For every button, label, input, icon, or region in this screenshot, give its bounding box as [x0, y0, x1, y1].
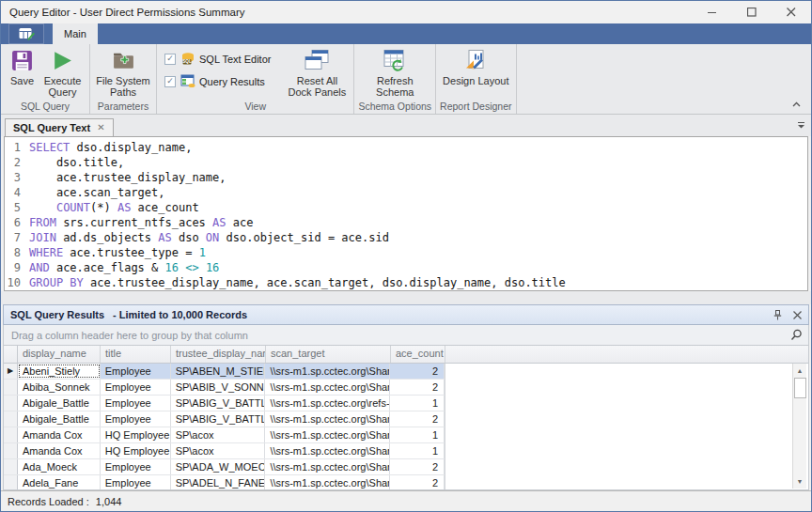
- cell-ace_count[interactable]: 2: [390, 364, 445, 379]
- scrollbar-thumb[interactable]: [794, 378, 806, 398]
- cell-title[interactable]: HQ Employee: [101, 443, 171, 458]
- cell-title[interactable]: Employee: [101, 396, 171, 411]
- query-results-checkbox[interactable]: ✓: [164, 76, 176, 87]
- sql-text-editor-checkbox-row[interactable]: ✓ SQL SQL Text Editor: [164, 49, 271, 69]
- cell-trustee_display_name[interactable]: SP\ABIB_V_SONNE757: [171, 380, 266, 395]
- cell-title[interactable]: Employee: [101, 475, 171, 490]
- code-line[interactable]: 5 COUNT(*) AS ace_count: [5, 200, 807, 215]
- cell-ace_count[interactable]: 1: [390, 396, 445, 411]
- cell-title[interactable]: Employee: [101, 364, 171, 379]
- close-button[interactable]: [772, 1, 811, 23]
- code-line[interactable]: 1SELECT dso.display_name,: [5, 140, 807, 155]
- search-icon[interactable]: [790, 329, 803, 341]
- scroll-down-button[interactable]: ▼: [794, 475, 806, 488]
- code-line[interactable]: 10GROUP BY ace.trustee_display_name, ace…: [5, 275, 807, 290]
- cell-scan_target[interactable]: \\srs-m1.sp.cctec.org\Shares: [265, 475, 390, 490]
- cell-title[interactable]: Employee: [101, 459, 171, 474]
- tab-main[interactable]: Main: [53, 23, 98, 44]
- code-line[interactable]: 4 ace.scan_target,: [5, 185, 807, 200]
- query-results-checkbox-row[interactable]: ✓ Query Results: [164, 71, 271, 91]
- column-header-trustee_display_name[interactable]: trustee_display_name: [171, 346, 266, 363]
- cell-display_name[interactable]: Abigale_Battle: [18, 411, 101, 427]
- scroll-up-button[interactable]: ▲: [794, 365, 806, 377]
- file-system-paths-button[interactable]: File System Paths: [94, 46, 152, 98]
- vertical-scrollbar[interactable]: ▲ ▼: [792, 364, 806, 489]
- table-row[interactable]: Abigale_BattleEmployeeSP\ABIG_V_BATTL425…: [4, 396, 445, 411]
- refresh-schema-button[interactable]: Refresh Schema: [359, 46, 430, 98]
- column-header-ace_count[interactable]: ace_count: [391, 346, 445, 363]
- code-line[interactable]: 6FROM srs.current_ntfs_aces AS ace: [5, 215, 807, 230]
- cell-trustee_display_name[interactable]: SP\ADA_W_MOECK784: [171, 459, 266, 474]
- cell-display_name[interactable]: Abeni_Stiely: [18, 364, 101, 379]
- column-header-title[interactable]: title: [101, 346, 171, 363]
- design-layout-button[interactable]: Design Layout: [440, 46, 511, 86]
- code-token: ace.trustee_display_name,: [29, 170, 226, 185]
- code-line[interactable]: 9AND ace.ace_flags & 16 <> 16: [5, 260, 807, 275]
- tab-list-dropdown-button[interactable]: [797, 116, 805, 132]
- cell-ace_count[interactable]: 2: [390, 380, 445, 395]
- maximize-button[interactable]: [732, 1, 772, 23]
- reset-all-dock-panels-button[interactable]: Reset All Dock Panels: [284, 46, 350, 98]
- code-line[interactable]: 3 ace.trustee_display_name,: [5, 170, 807, 185]
- query-results-label: Query Results: [199, 76, 265, 87]
- cell-trustee_display_name[interactable]: SP\ABIG_V_BATTL425: [171, 411, 266, 427]
- table-row[interactable]: Adela_FaneEmployeeSP\ADEL_N_FANE330\\srs…: [4, 475, 445, 490]
- pin-panel-button[interactable]: [769, 307, 786, 322]
- cell-display_name[interactable]: Abiba_Sonnek: [18, 380, 101, 395]
- cell-trustee_display_name[interactable]: SP\ABEN_M_STIEL178: [171, 364, 266, 379]
- execute-query-button[interactable]: Execute Query: [39, 46, 86, 98]
- cell-display_name[interactable]: Ada_Moeck: [18, 459, 101, 474]
- code-token: WHERE: [29, 245, 63, 260]
- results-panel-header: SQL Query Results - Limited to 10,000 Re…: [3, 304, 809, 325]
- cell-trustee_display_name[interactable]: SP\acox: [171, 443, 266, 458]
- cell-scan_target[interactable]: \\srs-m1.sp.cctec.org\Shares: [265, 459, 390, 474]
- cell-scan_target[interactable]: \\srs-m1.sp.cctec.org\Shares: [265, 427, 390, 442]
- app-menu-button[interactable]: [8, 23, 44, 44]
- cell-display_name[interactable]: Amanda Cox: [18, 427, 101, 442]
- table-row[interactable]: Abiba_SonnekEmployeeSP\ABIB_V_SONNE757\\…: [4, 380, 445, 396]
- group-by-bar[interactable]: Drag a column header here to group by th…: [3, 325, 809, 346]
- cell-scan_target[interactable]: \\srs-m1.sp.cctec.org\Shares: [265, 364, 390, 379]
- panel-splitter[interactable]: [1, 291, 811, 304]
- code-line[interactable]: 2 dso.title,: [5, 155, 807, 170]
- table-row[interactable]: Abigale_BattleEmployeeSP\ABIG_V_BATTL425…: [4, 411, 445, 427]
- cell-scan_target[interactable]: \\srs-m1.sp.cctec.org\Shares: [265, 411, 390, 427]
- cell-ace_count[interactable]: 1: [390, 427, 445, 442]
- tab-sql-query-text[interactable]: SQL Query Text ✕: [5, 118, 114, 136]
- table-row[interactable]: Amanda CoxHQ EmployeeSP\acox\\srs-m1.sp.…: [4, 427, 445, 443]
- cell-display_name[interactable]: Adela_Fane: [18, 475, 101, 490]
- cell-scan_target[interactable]: \\srs-m1.sp.cctec.org\Shares: [265, 380, 390, 395]
- save-button[interactable]: Save: [5, 46, 39, 86]
- sql-text-editor-checkbox[interactable]: ✓: [164, 54, 176, 65]
- cell-ace_count[interactable]: 1: [390, 443, 445, 458]
- cell-trustee_display_name[interactable]: SP\acox: [171, 427, 266, 442]
- row-indicator-cell: [4, 475, 18, 490]
- code-token: srs.current_ntfs_aces: [56, 215, 212, 230]
- cell-title[interactable]: HQ Employee: [101, 427, 171, 442]
- sql-text-editor[interactable]: 1SELECT dso.display_name,2 dso.title,3 a…: [4, 136, 808, 291]
- table-row[interactable]: ▶Abeni_StielyEmployeeSP\ABEN_M_STIEL178\…: [4, 364, 445, 380]
- ribbon-group-schema-options: Refresh Schema Schema Options: [354, 44, 436, 114]
- tab-close-icon[interactable]: ✕: [97, 123, 104, 132]
- table-row[interactable]: Ada_MoeckEmployeeSP\ADA_W_MOECK784\\srs-…: [4, 459, 445, 475]
- cell-ace_count[interactable]: 2: [390, 475, 445, 490]
- code-line[interactable]: 8WHERE ace.trustee_type = 1: [5, 245, 807, 260]
- cell-ace_count[interactable]: 2: [390, 411, 445, 427]
- code-line[interactable]: 7JOIN ad.ds_objects AS dso ON dso.object…: [5, 230, 807, 245]
- maximize-icon: [747, 8, 757, 17]
- column-header-display_name[interactable]: display_name: [18, 346, 101, 363]
- cell-ace_count[interactable]: 2: [390, 459, 445, 474]
- cell-display_name[interactable]: Amanda Cox: [18, 443, 101, 458]
- cell-scan_target[interactable]: \\srs-m1.sp.cctec.org\Shares2: [265, 443, 390, 458]
- cell-trustee_display_name[interactable]: SP\ADEL_N_FANE330: [171, 475, 266, 490]
- minimize-button[interactable]: [693, 1, 732, 23]
- cell-trustee_display_name[interactable]: SP\ABIG_V_BATTL425: [171, 396, 266, 411]
- cell-display_name[interactable]: Abigale_Battle: [18, 396, 101, 411]
- close-panel-button[interactable]: [789, 307, 805, 322]
- column-header-scan_target[interactable]: scan_target: [266, 346, 391, 363]
- cell-scan_target[interactable]: \\srs-m1.sp.cctec.org\refs-share: [265, 396, 390, 411]
- table-row[interactable]: Amanda CoxHQ EmployeeSP\acox\\srs-m1.sp.…: [4, 443, 445, 459]
- cell-title[interactable]: Employee: [101, 411, 171, 427]
- collapse-ribbon-button[interactable]: [789, 98, 804, 111]
- cell-title[interactable]: Employee: [101, 380, 171, 395]
